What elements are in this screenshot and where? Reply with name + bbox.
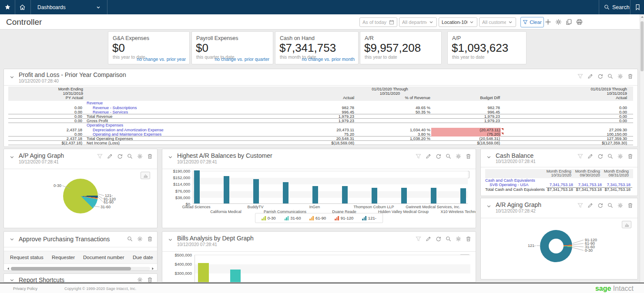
collapse-chevron-icon[interactable]: [9, 74, 15, 80]
bar-Parrish Communications[interactable]: [283, 182, 288, 203]
privacy-policy-link[interactable]: Privacy Policy: [13, 286, 37, 291]
edit-icon[interactable]: [107, 153, 113, 159]
bar-dept-2[interactable]: [230, 270, 241, 283]
filter-icon[interactable]: [577, 203, 583, 208]
edit-icon[interactable]: [587, 73, 593, 79]
duplicate-icon[interactable]: [566, 19, 572, 25]
refresh-icon[interactable]: [597, 203, 603, 208]
home-icon[interactable]: [19, 4, 26, 10]
print-icon[interactable]: [576, 19, 583, 25]
zoom-icon[interactable]: [127, 236, 133, 242]
chart-type-button[interactable]: [141, 172, 150, 179]
date-filter[interactable]: [359, 17, 397, 27]
bar-Gwinnett Medical Services, Inc.[interactable]: [431, 188, 436, 203]
calendar-icon[interactable]: [389, 20, 394, 25]
collapse-chevron-icon[interactable]: [486, 154, 492, 160]
pl-account-label[interactable]: Revenue: [83, 101, 279, 105]
delete-icon[interactable]: [627, 153, 633, 159]
bar-X10 Wireless Technology[interactable]: [460, 188, 466, 203]
zoom-icon[interactable]: [446, 236, 451, 242]
legend-item-121-[interactable]: 121-: [362, 216, 376, 220]
legend-item-91-120[interactable]: 91-120: [335, 216, 353, 220]
collapse-chevron-icon[interactable]: [9, 154, 15, 160]
edit-icon[interactable]: [587, 153, 593, 159]
bar-Duane Reade[interactable]: [342, 186, 348, 203]
edit-icon[interactable]: [587, 203, 593, 208]
date-filter-input[interactable]: [362, 20, 387, 25]
settings-icon[interactable]: [137, 153, 143, 159]
pl-account-label[interactable]: Operating Expenses: [83, 123, 279, 127]
pl-account-label[interactable]: Operating and Maintenance Expenses: [83, 132, 279, 137]
pl-account-label[interactable]: Revenue - Services: [83, 110, 279, 114]
bar-BuddyTV[interactable]: [253, 179, 259, 203]
zoom-icon[interactable]: [607, 153, 613, 159]
ar-aging-donut-chart[interactable]: [540, 230, 572, 262]
scrollbar-thumb[interactable]: [641, 21, 644, 71]
delete-icon[interactable]: [627, 73, 633, 79]
bar-Gilead Sciences[interactable]: [194, 170, 200, 203]
zoom-icon[interactable]: [127, 153, 133, 159]
filter-icon[interactable]: [577, 153, 583, 159]
scroll-right-icon[interactable]: [151, 267, 154, 270]
settings-icon[interactable]: [617, 203, 623, 208]
refresh-icon[interactable]: [436, 236, 441, 242]
pl-account-label[interactable]: Revenue - Subscriptions: [83, 106, 279, 110]
dashboards-menu[interactable]: Dashboards: [30, 0, 107, 14]
collapse-chevron-icon[interactable]: [9, 236, 15, 242]
scrollbar-thumb[interactable]: [11, 267, 131, 270]
pl-account-label[interactable]: Depreciation and Amortization Expense: [83, 128, 279, 132]
filter-icon[interactable]: [416, 153, 421, 159]
bookmark-icon[interactable]: [634, 4, 641, 10]
delete-icon[interactable]: [466, 153, 471, 159]
collapse-chevron-icon[interactable]: [9, 277, 15, 283]
bar-InGen[interactable]: [312, 186, 318, 203]
search-button[interactable]: Search: [604, 0, 630, 14]
filter-icon[interactable]: [416, 236, 421, 242]
customers-filter[interactable]: All customers: [479, 17, 516, 27]
settings-icon[interactable]: [456, 236, 461, 242]
cash-account-label[interactable]: Cash and Cash Equivalents: [485, 178, 546, 183]
dashboard-settings-icon[interactable]: [555, 19, 562, 25]
refresh-icon[interactable]: [436, 153, 441, 159]
clear-filters-button[interactable]: Clear: [520, 17, 544, 27]
location-filter[interactable]: Location-100--USA--: [439, 17, 477, 27]
filter-icon[interactable]: [577, 73, 583, 79]
scroll-up-icon[interactable]: [641, 15, 644, 20]
favorites-star-icon[interactable]: [4, 4, 11, 10]
legend-item-61-90[interactable]: 61-90: [309, 216, 326, 220]
add-widget-icon[interactable]: [545, 19, 551, 25]
departments-filter[interactable]: All departments: [399, 17, 437, 27]
refresh-icon[interactable]: [597, 73, 603, 79]
bar-California Medical[interactable]: [224, 176, 229, 203]
chart-type-button[interactable]: [622, 221, 631, 228]
zoom-icon[interactable]: [607, 73, 613, 79]
bar-Hidden Valley Medical Group[interactable]: [401, 188, 407, 203]
delete-icon[interactable]: [147, 277, 153, 283]
collapse-chevron-icon[interactable]: [486, 203, 492, 209]
settings-icon[interactable]: [617, 153, 623, 159]
settings-icon[interactable]: [137, 236, 143, 242]
legend-item-31-60[interactable]: 31-60: [285, 216, 301, 220]
collapse-chevron-icon[interactable]: [168, 237, 173, 243]
collapse-chevron-icon[interactable]: [168, 154, 173, 160]
zoom-icon[interactable]: [607, 203, 613, 208]
settings-icon[interactable]: [617, 73, 623, 79]
bar-dept-1[interactable]: [198, 263, 209, 283]
edit-icon[interactable]: [426, 236, 431, 242]
delete-icon[interactable]: [466, 236, 471, 242]
bar-Thompson Coburn LLP[interactable]: [372, 188, 377, 203]
settings-icon[interactable]: [456, 153, 461, 159]
delete-icon[interactable]: [147, 153, 153, 159]
horizontal-scrollbar[interactable]: [7, 266, 154, 271]
delete-icon[interactable]: [147, 236, 153, 242]
filter-icon[interactable]: [97, 153, 103, 159]
legend-item-0-30[interactable]: 0-30: [262, 216, 276, 220]
settings-icon[interactable]: [137, 277, 143, 283]
refresh-icon[interactable]: [117, 153, 123, 159]
refresh-icon[interactable]: [597, 153, 603, 159]
zoom-icon[interactable]: [446, 153, 451, 159]
ap-aging-pie-chart[interactable]: [63, 179, 98, 213]
vertical-scrollbar[interactable]: [640, 14, 644, 283]
edit-icon[interactable]: [426, 153, 431, 159]
scroll-left-icon[interactable]: [7, 267, 10, 270]
